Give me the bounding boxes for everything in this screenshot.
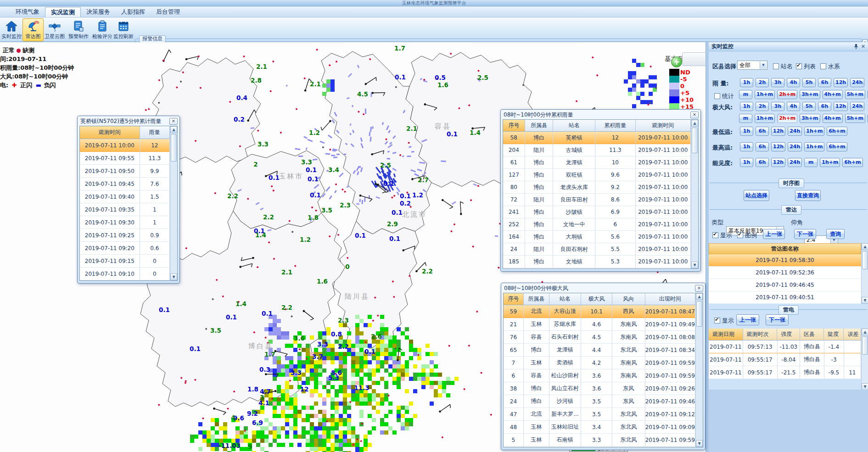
wind-hour-button[interactable]: 24h [850,102,864,111]
wind-hour-button[interactable]: 5h [802,102,816,111]
table-row[interactable]: 24 博白 沙河镇 3.5 东风 2019-07-11 09:46 [504,395,695,408]
checkbox-icon[interactable] [712,232,718,238]
scroll-down-icon[interactable]: ▼ [691,262,698,268]
visibility-button[interactable]: 1h+m [820,158,840,167]
tmin-button[interactable]: 24h [788,127,802,136]
table-row[interactable]: 164 博白 大垌镇 5.6 2019-07-11 10:00 [503,231,691,243]
table-row[interactable]: 2019-07-11 09:15 0 [80,255,170,268]
table-row[interactable]: 204 陆川 古城镇 11.3 2019-07-11 10:00 [503,144,691,156]
table-row[interactable]: 76 容县 石头石剑村 4.5 东南风 2019-07-11 08:08 [504,331,695,344]
scroll-thumb[interactable] [692,128,698,153]
wind-stat-button[interactable]: 2h+m [777,114,797,123]
visibility-button[interactable]: 6h [756,158,769,167]
table-row[interactable]: 2019-07-11 09:20 0.6 [80,242,170,255]
column-header[interactable]: 误差 [844,329,861,340]
scroll-thumb[interactable] [862,251,868,269]
radar-prev-button[interactable]: 上一张 [763,229,785,239]
tmax-button[interactable]: 24h [788,142,802,151]
radar-query-button[interactable]: 查询 [826,229,845,239]
vertical-scrollbar[interactable]: ▲ ▼ [691,120,698,268]
lightning-next-button[interactable]: 下一张 [766,314,789,325]
panel-close-icon[interactable]: ✕ [861,44,865,50]
table-row[interactable]: 2019-07-11 09:55 11.3 [80,152,170,165]
scroll-thumb[interactable] [696,301,702,327]
panel-splitter[interactable] [706,42,709,452]
scroll-up-icon[interactable]: ▲ [862,329,868,335]
table-row[interactable]: 2019-07-11 09:55:17 -8.04 博白县 -3 [709,353,861,366]
table-row[interactable]: 5 玉林 石南镇 3.3 东北风 2019-07-11 09:59 [504,434,695,446]
check-list[interactable]: 列表 [796,61,816,71]
wind-hour-button[interactable]: 2h [756,102,769,111]
column-header[interactable]: 区县 [800,329,824,340]
checkbox-icon[interactable] [796,63,802,69]
rain-stat-button[interactable]: 3h+m [800,90,820,99]
table-row[interactable]: 2019-07-11 09:35 1 [80,203,170,216]
radar-list-item[interactable]: 2019-07-11 09:52:36 [709,267,861,279]
wind-hour-button[interactable]: 1h [740,102,753,111]
table-row[interactable]: 7 玉林 卖酒镇 4.2 东南风 2019-07-11 09:59 [504,357,695,369]
column-header[interactable]: 所属县 [525,120,554,132]
table-row[interactable]: 38 博白 凤山立石村 3.6 东风 2019-07-11 09:26 [504,382,695,395]
rain-stat-button[interactable]: 2h+m [777,90,797,99]
close-icon[interactable] [169,118,178,125]
table-row[interactable]: 24 陆川 良田石垌村 5.5 2019-07-11 10:00 [503,243,691,256]
column-header[interactable]: 观测时间 [80,126,140,139]
scroll-down-icon[interactable]: ▼ [862,383,868,390]
column-header[interactable]: 序号 [503,120,525,132]
window-rain-ranking[interactable]: 08时~10时00分钟累积雨量 序号 所属县 站名 累积雨量 观测时间 58 博… [500,109,701,272]
column-header[interactable]: 极大风 [581,293,612,305]
wind-stat-button[interactable]: 3h+m [800,114,820,123]
tmin-button[interactable]: 1h+m [804,127,824,136]
rain-hour-button[interactable]: 6h [818,78,831,87]
close-icon[interactable] [690,112,699,118]
visibility-button[interactable]: 6h+m [842,158,862,167]
vertical-scrollbar[interactable]: ▲ ▼ [170,126,177,280]
rain-hour-button[interactable]: 5h [802,78,816,87]
window-title-bar[interactable]: 08时~10时00分钟累积雨量 [503,110,699,119]
column-header[interactable]: 观测日期 [709,329,743,340]
menu-tab[interactable]: 实况监测 [45,7,81,17]
table-row[interactable]: 2019-07-11 09:45 7.6 [80,178,170,190]
table-row[interactable]: 2019-07-11 09:57:13 -11.03 博白县 -1.4 [709,340,861,353]
chevron-down-icon[interactable] [760,61,767,69]
table-row[interactable]: 61 博白 龙潭镇 10 2019-07-11 10:00 [503,156,691,169]
zoom-in-plus-icon[interactable]: + [671,56,682,67]
scroll-up-icon[interactable]: ▲ [696,293,703,300]
scroll-up-icon[interactable]: ▲ [170,126,177,133]
visibility-button[interactable]: 1h [740,158,753,167]
visibility-button[interactable]: 24h [788,158,802,167]
menu-tab[interactable]: 决策服务 [81,7,116,17]
wind-hour-button[interactable]: 6h [818,102,831,111]
vertical-scrollbar[interactable]: ▲ ▼ [695,293,703,447]
window-station-rain[interactable]: 英桥镇(N5702)逐5分钟累计雨量 观测时间 雨量 2019-07-11 10… [77,116,180,284]
table-row[interactable]: 2019-07-11 09:30 1 [80,216,170,229]
table-row[interactable]: 59 北流 大容山顶 10.1 西风 2019-07-11 08:47 [504,305,695,318]
wind-hour-button[interactable]: 3h [771,102,784,111]
radar-legend-checkbox[interactable]: 图例 [737,230,757,240]
table-row[interactable]: 6 容县 松山沙田村 3.6 东南风 2019-07-11 09:59 [504,369,695,382]
visibility-button[interactable]: 12h [771,158,785,167]
checkbox-icon[interactable] [773,63,779,69]
scroll-up-icon[interactable]: ▲ [691,120,698,127]
rain-hour-button[interactable]: 12h [834,78,848,87]
table-row[interactable]: 65 博白 龙潭镇 4.4 东北风 2019-07-11 08:34 [504,344,695,357]
pin-icon[interactable] [854,44,858,49]
rain-stat-button[interactable]: 5h+m [845,90,865,99]
radar-list-item[interactable]: 2019-07-11 09:58:30 [709,254,861,267]
vertical-scrollbar[interactable]: ▲ ▼ [861,243,868,304]
column-header[interactable]: 陡度 [824,329,844,340]
wind-hour-button[interactable]: 12h [834,102,848,111]
tmin-button[interactable]: 6h [756,127,769,136]
radar-list-item[interactable]: 2019-07-11 09:40:51 [709,291,861,304]
visibility-button[interactable]: m [804,158,818,167]
table-row[interactable]: 2019-07-11 09:55:17 -21.5 博白县 -9.5 11 [709,366,861,379]
scroll-up-icon[interactable]: ▲ [862,243,868,250]
column-header[interactable]: 强度 [777,329,800,340]
table-row[interactable]: 2019-07-11 09:10 0 [80,268,170,280]
warning-produce-button[interactable]: 预警制作 [68,18,89,41]
stat-checkbox[interactable]: 统计 [714,91,734,100]
wind-hour-button[interactable]: 4h [787,102,800,111]
tmax-button[interactable]: 6h+m [827,142,847,151]
column-header[interactable]: 雨量 [140,126,170,139]
table-row[interactable]: 21 玉林 苏烟水库 4.6 东南风 2019-07-11 09:49 [504,318,695,331]
